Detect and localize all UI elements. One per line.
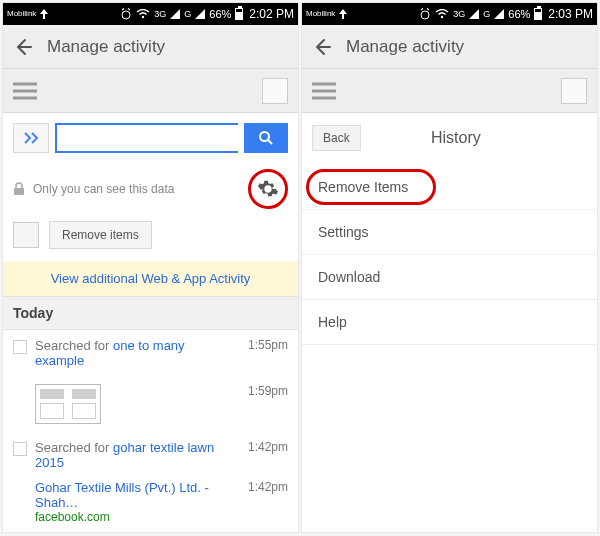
back-arrow-icon[interactable]	[312, 37, 332, 57]
row-prefix: Searched for	[35, 338, 113, 353]
row-content: Searched for one to many example	[35, 338, 234, 368]
search-row	[3, 113, 298, 163]
expand-filters-button[interactable]	[13, 123, 49, 153]
menu-remove-items[interactable]: Remove Items	[302, 165, 597, 210]
search-icon	[258, 130, 274, 146]
row-time: 1:55pm	[248, 338, 288, 352]
menu-label: Settings	[318, 224, 369, 240]
hamburger-icon[interactable]	[13, 82, 37, 100]
svg-line-12	[427, 9, 429, 11]
svg-line-11	[421, 9, 423, 11]
menu-label: Download	[318, 269, 380, 285]
phone-right: Mobilink 3G G 66% 2:03 PM	[301, 2, 598, 533]
location-icon	[40, 9, 48, 19]
search-input-wrap	[55, 123, 238, 153]
battery-icon	[534, 8, 542, 20]
sub-toolbar	[3, 69, 298, 113]
history-row[interactable]: Searched for gohar textile lawn 2015 1:4…	[3, 432, 298, 478]
back-arrow-icon[interactable]	[13, 37, 33, 57]
hamburger-icon[interactable]	[312, 82, 336, 100]
wifi-icon	[136, 9, 150, 19]
clock: 2:02 PM	[249, 7, 294, 21]
back-button[interactable]: Back	[312, 125, 361, 151]
account-square[interactable]	[262, 78, 288, 104]
svg-point-10	[421, 11, 429, 19]
carrier-label: Mobilink	[7, 10, 36, 18]
highlight-ring-remove	[306, 169, 436, 205]
row-time: 1:42pm	[248, 480, 288, 494]
signal-g-label: G	[483, 9, 490, 19]
location-icon	[339, 9, 347, 19]
remove-items-button[interactable]: Remove items	[49, 221, 152, 249]
history-row[interactable]: Searched for one to many example 1:55pm	[3, 330, 298, 376]
remove-items-row: Remove items	[3, 215, 298, 261]
svg-line-8	[268, 140, 272, 144]
row-content: Gohar Textile Mills (Pvt.) Ltd. - Shah… …	[35, 480, 234, 524]
result-title[interactable]: Gohar Textile Mills (Pvt.) Ltd. - Shah…	[35, 480, 234, 510]
history-row[interactable]: Gohar Textile Mills (Pvt.) Ltd. - Shah… …	[3, 478, 298, 532]
search-input[interactable]	[57, 131, 238, 146]
signal-icon	[469, 9, 479, 19]
signal-icon-2	[494, 9, 504, 19]
history-header: Back History	[302, 113, 597, 165]
row-prefix: Searched for	[35, 440, 113, 455]
signal-3g-label: 3G	[154, 9, 166, 19]
result-site: facebook.com	[35, 510, 234, 524]
svg-point-13	[441, 16, 443, 18]
row-checkbox[interactable]	[13, 442, 27, 456]
image-result-thumbnail[interactable]	[35, 384, 101, 424]
banner-text: View additional Web & App Activity	[51, 271, 251, 286]
wifi-icon	[435, 9, 449, 19]
signal-3g-label: 3G	[453, 9, 465, 19]
app-bar: Manage activity	[302, 25, 597, 69]
search-button[interactable]	[244, 123, 288, 153]
row-time: 1:42pm	[248, 440, 288, 454]
android-status-bar: Mobilink 3G G 66% 2:03 PM	[302, 3, 597, 25]
svg-point-3	[142, 16, 144, 18]
clock: 2:03 PM	[548, 7, 593, 21]
privacy-row: Only you can see this data	[3, 163, 298, 215]
svg-rect-9	[14, 188, 24, 195]
select-all-checkbox[interactable]	[13, 222, 39, 248]
app-bar: Manage activity	[3, 25, 298, 69]
page-title: Manage activity	[346, 37, 464, 57]
signal-icon	[170, 9, 180, 19]
additional-activity-banner[interactable]: View additional Web & App Activity	[3, 261, 298, 296]
svg-line-1	[122, 9, 124, 11]
page-title: Manage activity	[47, 37, 165, 57]
account-square[interactable]	[561, 78, 587, 104]
svg-point-7	[260, 132, 269, 141]
menu-settings[interactable]: Settings	[302, 210, 597, 255]
carrier-label: Mobilink	[306, 10, 335, 18]
signal-g-label: G	[184, 9, 191, 19]
privacy-text: Only you can see this data	[33, 182, 174, 196]
section-today: Today	[3, 296, 298, 330]
sub-toolbar	[302, 69, 597, 113]
battery-pct: 66%	[508, 8, 530, 20]
battery-icon	[235, 8, 243, 20]
alarm-icon	[120, 8, 132, 20]
row-time: 1:59pm	[248, 384, 288, 398]
android-status-bar: Mobilink 3G G 66% 2:02 PM	[3, 3, 298, 25]
history-title: History	[361, 129, 587, 147]
menu-label: Help	[318, 314, 347, 330]
phone-left: Mobilink 3G G 66% 2:02 PM	[2, 2, 299, 533]
alarm-icon	[419, 8, 431, 20]
signal-icon-2	[195, 9, 205, 19]
battery-pct: 66%	[209, 8, 231, 20]
row-checkbox[interactable]	[13, 340, 27, 354]
row-content: Searched for gohar textile lawn 2015	[35, 440, 234, 470]
highlight-ring-gear	[248, 169, 288, 209]
svg-point-0	[122, 11, 130, 19]
lock-icon	[13, 182, 25, 196]
history-row[interactable]: 1:59pm	[3, 376, 298, 432]
menu-download[interactable]: Download	[302, 255, 597, 300]
svg-line-2	[128, 9, 130, 11]
menu-help[interactable]: Help	[302, 300, 597, 345]
